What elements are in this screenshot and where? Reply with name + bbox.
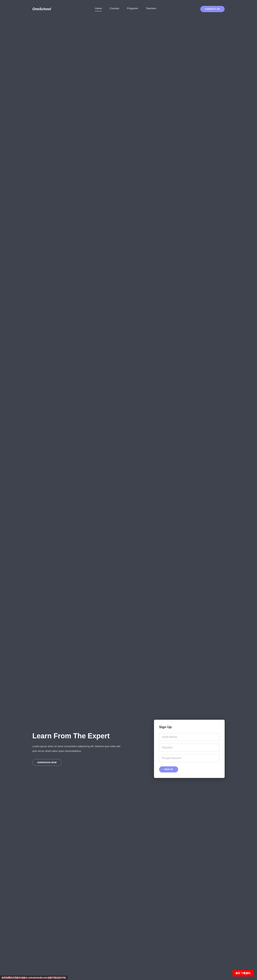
password-field[interactable] [159,744,220,751]
main-nav: Home Courses Programs Teachers [95,7,156,11]
signup-title: Sign Up [159,725,220,729]
logo[interactable]: OneSchool [32,7,51,11]
signup-card: Sign Up SIGN UP [154,720,225,778]
hero-subtitle: Lorem ipsum dolor sit amet consectetur a… [32,744,123,753]
nav-programs[interactable]: Programs [127,7,138,11]
nav-teachers[interactable]: Teachers [146,7,156,11]
contact-us-button[interactable]: CONTACT US [200,6,225,12]
nav-home[interactable]: Home [95,7,102,11]
admission-button[interactable]: ADMISSION NOW [32,759,62,766]
email-field[interactable] [159,733,220,741]
nav-courses[interactable]: Courses [110,7,119,11]
signup-button[interactable]: SIGN UP [159,766,178,772]
retype-password-field[interactable] [159,754,220,762]
purchase-badge[interactable]: 购买 下载源码 [233,970,254,977]
watermark-text: 使用免费的试用版本创建zh.onlinehtmleditor.dev创建可视化的… [0,975,68,980]
hero-title: Learn From The Expert [32,732,132,740]
